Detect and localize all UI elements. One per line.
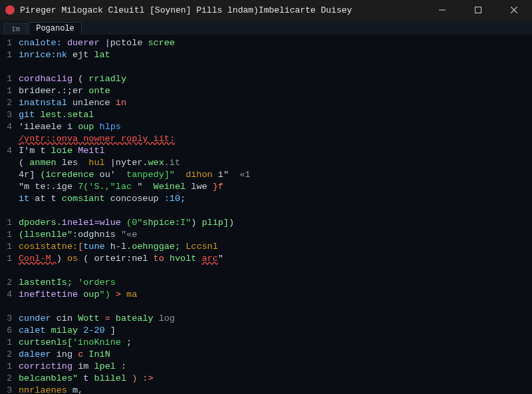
editor-area[interactable]: 111123441111243612123 cnalote: duerer |p… [0,35,532,394]
line-gutter: 111123441111243612123 [0,35,15,394]
line-number [0,205,12,217]
line-number: 1 [0,217,12,229]
line-number: 4 [0,289,12,301]
line-number: 1 [0,241,12,253]
code-line: git lest.setal [19,109,532,121]
code-line: Conl-M ) os ( orteir:nel to hvolt arc" [19,253,532,265]
close-button[interactable] [499,0,529,20]
titlebar[interactable]: Pireger Milogack Cleuitl [Soynen] Pills … [0,0,532,20]
code-line: /yntr::onva nowner roply iit: [19,133,532,145]
code-line: nnrlaenes m, [19,385,532,394]
close-icon [511,7,517,13]
code-line [19,61,532,73]
code-content[interactable]: cnalote: duerer |pctole screeinrice:nk e… [15,35,532,394]
line-number: 3 [0,313,12,325]
maximize-button[interactable] [463,0,493,20]
minimize-button[interactable] [427,0,458,20]
line-number: 1 [0,49,12,61]
tab-label: Poganole [36,24,74,33]
line-number: 3 [0,385,12,394]
line-number: 1 [0,73,12,85]
code-line: brideer.:;er onte [19,85,532,97]
line-number [0,157,12,169]
app-window: Pireger Milogack Cleuitl [Soynen] Pills … [0,0,532,394]
line-number: 6 [0,325,12,337]
line-number [0,169,12,181]
code-line: daleer ing c IniN [19,349,532,361]
code-line: cunder cin Wott = batealy log [19,313,532,325]
code-line: lastentIs; 'orders [19,277,532,289]
line-number: 1 [0,85,12,97]
line-number [0,265,12,277]
line-number [0,301,12,313]
line-number [0,181,12,193]
window-title: Pireger Milogack Cleuitl [Soynen] Pills … [20,5,422,15]
maximize-icon [475,7,481,13]
line-number [0,193,12,205]
line-number: 1 [0,253,12,265]
code-line: it at t comsiant concoseup :10; [19,193,532,205]
code-line: cosistatne:[tune h-l.oehnggae; Lccsnl [19,241,532,253]
code-line: (llsenlle":odghnis "«e [19,229,532,241]
line-number: 1 [0,37,12,49]
line-number [0,61,12,73]
code-line [19,301,532,313]
code-line: belcanbles" t blilel ) :> [19,373,532,385]
code-line: curtsenls['inoKnine ; [19,337,532,349]
line-number: 4 [0,145,12,157]
tab-0[interactable]: Im [4,23,27,35]
code-line: 4r] (icredence ou' tanpedy]" dihon i" «1 [19,169,532,181]
code-line: inatnstal unlence in [19,97,532,109]
svg-rect-0 [475,7,481,13]
code-line: inrice:nk ejt lat [19,49,532,61]
code-line: "m te:.ige 7('S.,"lac " Weinel lwe }f [19,181,532,193]
code-line: cnalote: duerer |pctole scree [19,37,532,49]
tab-1[interactable]: Poganole [29,22,82,35]
line-number: 3 [0,109,12,121]
code-line: corricting im lpel : [19,361,532,373]
line-number: 2 [0,373,12,385]
code-line: ( anmen les hul |nyter.wex.it [19,157,532,169]
tabbar: Im Poganole [0,20,532,35]
code-line: calet milay 2-20 ] [19,325,532,337]
minimize-icon [439,7,446,13]
line-number [0,133,12,145]
app-icon [5,5,15,15]
code-line: cordhaclig ( rriadly [19,73,532,85]
code-line [19,265,532,277]
line-number: 1 [0,229,12,241]
code-line: 'ileaele i oup hlps [19,121,532,133]
code-line: dpoders.inelei=wlue (0"shpice:I") plip]) [19,217,532,229]
line-number: 1 [0,361,12,373]
line-number: 2 [0,349,12,361]
line-number: 1 [0,337,12,349]
line-number: 2 [0,277,12,289]
line-number: 2 [0,97,12,109]
code-line: I'm t loie Meitl [19,145,532,157]
line-number: 4 [0,121,12,133]
code-line: inefitetine oup") > ma [19,289,532,301]
code-line [19,205,532,217]
tab-label: Im [11,25,20,33]
